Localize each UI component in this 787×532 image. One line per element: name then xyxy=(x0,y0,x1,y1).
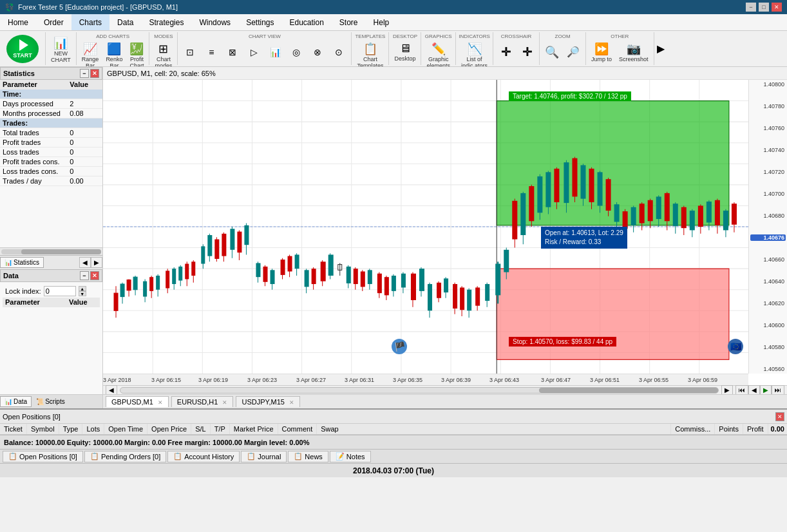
flag-eu[interactable]: 🇪🇺 xyxy=(728,339,743,354)
minimize-button[interactable]: − xyxy=(746,3,756,12)
chart-tab-gbpusd[interactable]: GBPUSD,M1 ✕ xyxy=(106,396,169,407)
toolbar-scroll-right[interactable]: ▶ xyxy=(654,32,667,65)
tab-journal[interactable]: 📋 Journal xyxy=(241,451,287,462)
menu-settings[interactable]: Settings xyxy=(238,14,281,30)
svg-rect-44 xyxy=(166,271,169,288)
new-chart-label: NEWCHART xyxy=(51,50,71,63)
nav-begin-btn[interactable]: ⏮ xyxy=(735,385,748,395)
range-bar-button[interactable]: 📈 RangeBar xyxy=(79,40,102,67)
menu-data[interactable]: Data xyxy=(109,14,141,30)
data-tab[interactable]: 📊 Data xyxy=(0,396,32,407)
flag-gbpusd[interactable]: 🏴 xyxy=(392,339,407,354)
desktop-icon: 🖥 xyxy=(399,42,411,55)
profit-chart-button[interactable]: 💹 ProfitChart xyxy=(126,40,147,67)
nav-end-btn[interactable]: ⏭ xyxy=(772,385,784,395)
svg-rect-174 xyxy=(698,205,703,227)
price-1.40600: 1.40600 xyxy=(750,322,786,328)
scroll-right-btn[interactable]: ▶ xyxy=(721,385,733,395)
tab-notes[interactable]: 📝 Notes xyxy=(330,451,371,462)
svg-rect-150 xyxy=(598,172,603,205)
profit-chart-label: ProfitChart xyxy=(129,56,144,67)
menu-windows[interactable]: Windows xyxy=(191,14,238,30)
chart-view-btn-7[interactable]: ⊗ xyxy=(307,46,328,59)
close-button[interactable]: ✕ xyxy=(772,3,782,12)
chart-view-btn-8[interactable]: ⊙ xyxy=(328,46,349,59)
target-label-text: Target: 1.40746, profit: $302.70 / 132 p… xyxy=(513,93,627,100)
bottom-panel-close-btn[interactable]: ✕ xyxy=(775,412,784,421)
tab-pending-orders[interactable]: 📋 Pending Orders [0] xyxy=(84,451,166,462)
menu-strategies[interactable]: Strategies xyxy=(141,14,191,30)
lock-index-input[interactable] xyxy=(44,286,76,296)
nav-prev-btn[interactable]: ◀ xyxy=(748,385,760,395)
chart-view-btn-4[interactable]: ▷ xyxy=(243,46,264,59)
chart-view-btn-3[interactable]: ⊠ xyxy=(222,46,243,59)
app-icon: 💱 xyxy=(5,3,14,12)
chart-tab-gbpusd-close[interactable]: ✕ xyxy=(158,399,163,406)
menu-store[interactable]: Store xyxy=(332,14,366,30)
chart-view-btn-2[interactable]: ≡ xyxy=(201,46,222,59)
svg-rect-182 xyxy=(732,204,737,225)
jump-to-label: Jump to xyxy=(591,56,612,62)
start-button[interactable]: START xyxy=(6,35,39,63)
tab-right-arrow[interactable]: ▶ xyxy=(91,257,102,268)
spin-down[interactable]: ▼ xyxy=(79,291,86,296)
statistics-close-btn[interactable]: ✕ xyxy=(90,69,99,78)
price-1.40800: 1.40800 xyxy=(750,81,786,88)
scroll-left-btn[interactable]: ◀ xyxy=(106,385,117,395)
modes-label: MODES xyxy=(151,33,175,40)
crosshair-btn-2[interactable]: ✛ xyxy=(517,43,537,61)
col-comment: Comment xyxy=(278,424,318,434)
chart-view-btn-5[interactable]: 📊 xyxy=(265,46,285,59)
scrollbar-thumb[interactable] xyxy=(539,388,718,393)
screenshot-button[interactable]: 📷 Screenshot xyxy=(616,40,652,64)
chart-canvas[interactable]: 1.40800 1.40780 1.40760 1.40740 1.40720 … xyxy=(103,80,787,385)
tab-open-positions[interactable]: 📋 Open Positions [0] xyxy=(3,451,83,462)
chart-view-btn-6[interactable]: ◎ xyxy=(286,46,307,59)
renko-bar-button[interactable]: 🟦 RenkoBar xyxy=(102,40,126,67)
list-indicators-button[interactable]: 📉 List ofindic ators xyxy=(458,40,491,67)
chart-tab-usdjpy[interactable]: USDJPY,M15 ✕ xyxy=(236,396,300,407)
chart-tab-eurusd-close[interactable]: ✕ xyxy=(222,399,227,406)
zoom-in-button[interactable]: 🔍 xyxy=(542,43,562,61)
crosshair-btn-1[interactable]: ✛ xyxy=(495,43,516,61)
price-1.40680: 1.40680 xyxy=(750,213,786,219)
open-label-line1: Open at: 1.40613, Lot: 2.29 xyxy=(545,229,623,238)
scripts-tab[interactable]: 📜 Scripts xyxy=(32,396,70,407)
svg-rect-158 xyxy=(631,207,636,225)
scrollbar-track[interactable] xyxy=(120,387,719,394)
jump-to-button[interactable]: ⏩ Jump to xyxy=(588,40,615,64)
desktop-button[interactable]: 🖥 Desktop xyxy=(391,40,419,64)
zoom-out-button[interactable]: 🔎 xyxy=(563,44,583,60)
spin-up[interactable]: ▲ xyxy=(79,286,86,291)
svg-rect-126 xyxy=(495,264,500,296)
menu-charts[interactable]: Charts xyxy=(71,14,109,30)
nav-play-btn[interactable]: ▶ xyxy=(760,385,772,395)
graphic-elements-button[interactable]: ✏️ Graphicelements xyxy=(423,40,453,67)
chart-view-btn-1[interactable]: ⊡ xyxy=(180,46,200,59)
tab-account-history[interactable]: 📋 Account History xyxy=(167,451,240,462)
tab-left-arrow[interactable]: ◀ xyxy=(79,257,91,268)
maximize-button[interactable]: □ xyxy=(759,3,769,12)
chart-scrollbar[interactable]: ◀ ▶ ⏮ ◀ ▶ ⏭ xyxy=(103,385,787,394)
bottom-panel-controls: ✕ xyxy=(775,412,784,421)
chart-svg xyxy=(103,80,748,374)
statistics-minimize-btn[interactable]: − xyxy=(80,69,89,78)
chart-tab-usdjpy-close[interactable]: ✕ xyxy=(289,399,294,406)
data-panel-close-btn[interactable]: ✕ xyxy=(90,271,99,280)
price-1.40660: 1.40660 xyxy=(750,256,786,263)
new-chart-button[interactable]: 📊 NEWCHART xyxy=(48,34,74,65)
menu-home[interactable]: Home xyxy=(0,14,36,30)
chart-templates-button[interactable]: 📋 ChartTemplates xyxy=(354,40,386,67)
statistics-tab[interactable]: 📊 Statistics xyxy=(0,257,44,268)
chart-tab-eurusd[interactable]: EURUSD,H1 ✕ xyxy=(171,396,234,407)
statistics-header-btns: − ✕ xyxy=(80,69,99,78)
svg-rect-86 xyxy=(328,254,334,276)
menu-education[interactable]: Education xyxy=(281,14,331,30)
menu-help[interactable]: Help xyxy=(366,14,397,30)
statistics-scrollbar[interactable] xyxy=(0,247,102,255)
tab-news[interactable]: 📋 News xyxy=(288,451,328,462)
col-commiss: Commiss... xyxy=(671,424,715,434)
data-panel-minimize-btn[interactable]: − xyxy=(80,271,89,280)
chart-modes-button[interactable]: ⊞ Chartmodes xyxy=(151,40,175,67)
menu-order[interactable]: Order xyxy=(36,14,71,30)
